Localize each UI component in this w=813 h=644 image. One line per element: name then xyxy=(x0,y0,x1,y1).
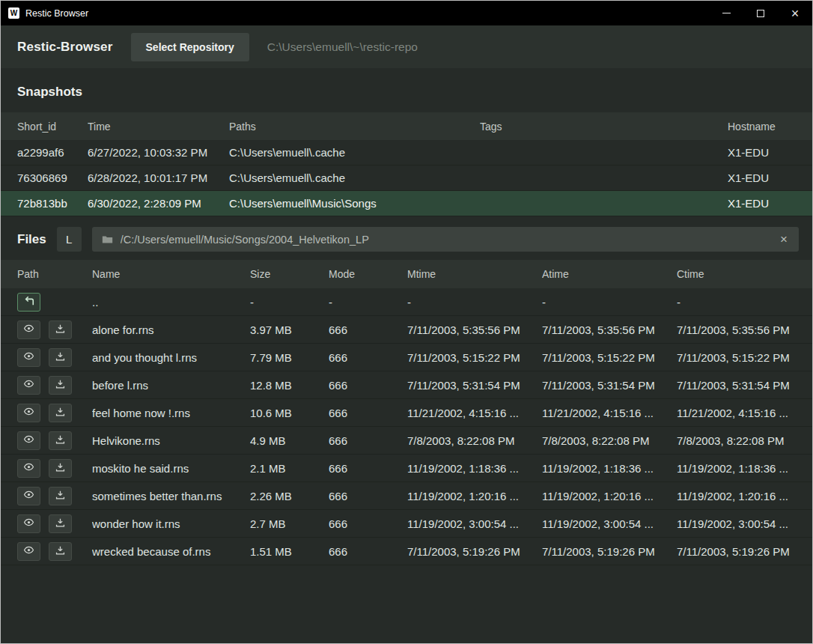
column-header-size: Size xyxy=(250,268,329,280)
snapshot-time: 6/27/2022, 10:03:32 PM xyxy=(88,146,229,159)
file-atime: 7/11/2003, 5:31:54 PM xyxy=(542,379,677,392)
snapshot-row[interactable]: a2299af6 6/27/2022, 10:03:32 PM C:\Users… xyxy=(1,140,812,165)
eye-icon xyxy=(22,544,35,558)
go-up-button[interactable] xyxy=(17,293,40,312)
eye-icon xyxy=(22,489,35,502)
file-atime: 7/11/2003, 5:19:26 PM xyxy=(542,545,677,558)
preview-file-button[interactable] xyxy=(17,514,40,533)
snapshot-hostname: X1-EDU xyxy=(728,146,812,159)
eye-icon xyxy=(22,350,35,364)
snapshot-time: 6/30/2022, 2:28:09 PM xyxy=(88,197,229,210)
file-size: - xyxy=(250,296,329,309)
file-row[interactable]: moskito he said.rns 2.1 MB 666 11/19/200… xyxy=(1,455,812,482)
download-file-button[interactable] xyxy=(49,487,72,505)
download-file-button[interactable] xyxy=(49,376,72,395)
file-size: 4.9 MB xyxy=(250,434,329,447)
maximize-button[interactable] xyxy=(743,1,778,25)
eye-icon xyxy=(22,406,35,419)
file-row[interactable]: before l.rns 12.8 MB 666 7/11/2003, 5:31… xyxy=(1,371,812,399)
preview-file-button[interactable] xyxy=(17,404,40,422)
preview-file-button[interactable] xyxy=(17,376,40,395)
download-file-button[interactable] xyxy=(49,431,72,450)
file-mode: 666 xyxy=(329,462,407,475)
parent-directory-row[interactable]: .. - - - - - xyxy=(1,288,812,316)
download-icon xyxy=(55,351,66,364)
close-icon: × xyxy=(791,7,800,20)
file-row[interactable]: sometimes better than.rns 2.26 MB 666 11… xyxy=(1,482,812,510)
download-file-button[interactable] xyxy=(49,348,72,367)
clear-path-button[interactable]: × xyxy=(779,233,789,246)
file-ctime: 7/8/2003, 8:22:08 PM xyxy=(677,434,812,447)
titlebar-left: W Restic Browser xyxy=(1,7,88,19)
file-row[interactable]: wonder how it.rns 2.7 MB 666 11/19/2002,… xyxy=(1,510,812,538)
download-icon xyxy=(55,379,66,392)
download-file-button[interactable] xyxy=(49,404,72,422)
file-mode: 666 xyxy=(329,517,407,530)
snapshot-paths: C:\Users\emuell\.cache xyxy=(229,171,480,184)
file-row[interactable]: wrecked because of.rns 1.51 MB 666 7/11/… xyxy=(1,538,812,565)
file-mode: 666 xyxy=(329,351,407,364)
preview-file-button[interactable] xyxy=(17,431,40,450)
close-button[interactable]: × xyxy=(778,1,812,25)
file-row[interactable]: feel home now !.rns 10.6 MB 666 11/21/20… xyxy=(1,399,812,427)
file-name: feel home now !.rns xyxy=(92,407,250,419)
file-ctime: 7/11/2003, 5:19:26 PM xyxy=(677,545,812,558)
file-row[interactable]: and you thought l.rns 7.79 MB 666 7/11/2… xyxy=(1,344,812,371)
files-section-title: Files xyxy=(17,232,46,247)
file-mode: 666 xyxy=(329,434,407,447)
file-size: 7.79 MB xyxy=(250,351,329,364)
preview-file-button[interactable] xyxy=(17,459,40,478)
download-icon xyxy=(55,407,66,419)
eye-icon xyxy=(22,517,35,530)
preview-file-button[interactable] xyxy=(17,487,40,505)
file-atime: 11/19/2002, 3:00:54 ... xyxy=(542,517,677,530)
snapshot-short-id: 76306869 xyxy=(17,171,88,184)
file-atime: 11/19/2002, 1:18:36 ... xyxy=(542,462,677,475)
column-header-name: Name xyxy=(92,268,250,280)
snapshot-paths: C:\Users\emuell\Music\Songs xyxy=(229,197,480,210)
download-file-button[interactable] xyxy=(49,459,72,478)
download-icon xyxy=(55,490,66,502)
download-icon xyxy=(55,545,66,558)
file-name: moskito he said.rns xyxy=(92,462,250,475)
app-logo-icon: W xyxy=(8,7,19,19)
preview-file-button[interactable] xyxy=(17,348,40,367)
snapshot-row[interactable]: 76306869 6/28/2022, 10:01:17 PM C:\Users… xyxy=(1,165,812,191)
file-mtime: 11/19/2002, 3:00:54 ... xyxy=(407,517,542,530)
download-icon xyxy=(55,517,66,530)
column-header-mtime: Mtime xyxy=(407,268,542,280)
preview-file-button[interactable] xyxy=(17,542,40,561)
snapshot-row[interactable]: 72b813bb 6/30/2022, 2:28:09 PM C:\Users\… xyxy=(1,191,812,216)
titlebar: W Restic Browser × xyxy=(1,1,812,25)
file-mode: 666 xyxy=(329,407,407,419)
download-file-button[interactable] xyxy=(49,321,72,339)
file-row[interactable]: Helvikone.rns 4.9 MB 666 7/8/2003, 8:22:… xyxy=(1,427,812,455)
window-title: Restic Browser xyxy=(25,8,88,19)
eye-icon xyxy=(22,323,35,336)
download-file-button[interactable] xyxy=(49,542,72,561)
eye-icon xyxy=(22,461,35,475)
snapshots-table-header: Short_id Time Paths Tags Hostname xyxy=(1,112,812,140)
file-size: 2.26 MB xyxy=(250,490,329,502)
file-size: 12.8 MB xyxy=(250,379,329,392)
file-atime: 11/21/2002, 4:15:16 ... xyxy=(542,407,677,419)
eye-icon xyxy=(22,378,35,392)
file-mode: 666 xyxy=(329,545,407,558)
list-mode-button[interactable]: L xyxy=(57,227,82,252)
download-file-button[interactable] xyxy=(49,514,72,533)
preview-file-button[interactable] xyxy=(17,321,40,339)
up-arrow-icon xyxy=(23,296,35,309)
column-header-time: Time xyxy=(88,121,229,133)
file-atime: 11/19/2002, 1:20:16 ... xyxy=(542,490,677,502)
snapshots-table-body: a2299af6 6/27/2022, 10:03:32 PM C:\Users… xyxy=(1,140,812,216)
file-size: 1.51 MB xyxy=(250,545,329,558)
file-mtime: 7/11/2003, 5:35:56 PM xyxy=(407,323,542,336)
file-ctime: 11/21/2002, 4:15:16 ... xyxy=(677,407,812,419)
file-mtime: 7/11/2003, 5:15:22 PM xyxy=(407,351,542,364)
minimize-button[interactable] xyxy=(709,1,743,25)
select-repository-button[interactable]: Select Repository xyxy=(131,33,249,61)
file-row[interactable]: alone for.rns 3.97 MB 666 7/11/2003, 5:3… xyxy=(1,316,812,344)
app-name: Restic-Browser xyxy=(17,40,113,55)
snapshot-short-id: 72b813bb xyxy=(17,197,88,210)
window: { "window": { "title": "Restic Browser",… xyxy=(0,0,813,644)
